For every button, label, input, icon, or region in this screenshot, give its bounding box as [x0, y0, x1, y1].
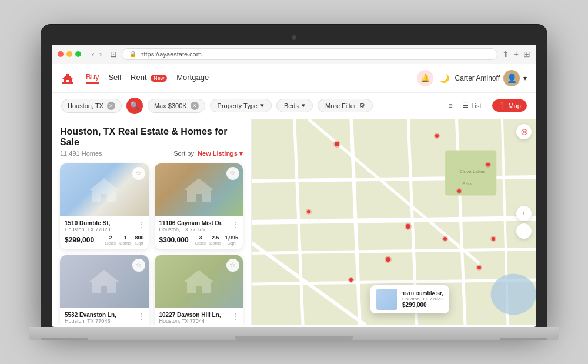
- property-card[interactable]: ☆ ⋮ 11106 Cayman Mist Dr, Houston, TX 77…: [155, 163, 243, 249]
- list-view-button[interactable]: ☰ List: [457, 99, 487, 112]
- listings-meta: 11,491 Homes Sort by: New Listings ▾: [60, 150, 243, 158]
- chevron-down-icon: ▾: [523, 74, 527, 82]
- property-info: ⋮ 1510 Dumble St, Houston, TX 77023 $299…: [60, 216, 149, 249]
- navigation: Buy Sell Rent New Mortgage 🔔 🌙: [52, 64, 536, 93]
- property-city: Houston, TX 77023: [65, 226, 144, 232]
- listings-panel: Houston, TX Real Estate & Homes for Sale…: [52, 119, 252, 325]
- beds-detail: 3 Beds: [195, 235, 206, 246]
- rent-badge: New: [151, 75, 167, 82]
- more-filter[interactable]: More Filter ⚙: [318, 99, 373, 112]
- more-options-button[interactable]: ⋮: [137, 312, 145, 321]
- svg-marker-0: [62, 74, 73, 83]
- property-address: 10227 Dawson Hill Ln,: [159, 312, 239, 318]
- map-marker[interactable]: [486, 163, 490, 166]
- property-address: 5532 Evanston Ln,: [65, 312, 144, 318]
- bell-icon: 🔔: [420, 74, 430, 82]
- property-address: 11106 Cayman Mist Dr,: [159, 220, 239, 226]
- location-tag-text: Houston, TX: [68, 102, 103, 109]
- share-icon[interactable]: ⬆: [502, 49, 509, 59]
- more-options-button[interactable]: ⋮: [137, 220, 145, 229]
- browser-nav: ‹ ›: [91, 49, 103, 59]
- beds-filter[interactable]: Beds ▾: [276, 99, 313, 112]
- price-tag-close[interactable]: ✕: [191, 102, 199, 110]
- browser-tabs: ⊡: [110, 49, 117, 59]
- property-price-row: $300,000 3 Beds 2.5: [159, 235, 239, 246]
- property-card[interactable]: ☆ ⋮ 5532 Evanston Ln, Houston, TX 77045: [60, 255, 149, 325]
- filter-lines-icon: ≡: [448, 102, 452, 110]
- maximize-button[interactable]: [75, 51, 81, 57]
- map-marker[interactable]: [307, 210, 310, 213]
- favorite-button[interactable]: ☆: [132, 167, 145, 180]
- my-location-button[interactable]: ◎: [516, 124, 532, 139]
- extensions-icon[interactable]: ⊞: [523, 49, 530, 59]
- property-type-filter[interactable]: Property Type ▾: [210, 99, 272, 112]
- favorite-button[interactable]: ☆: [226, 167, 239, 180]
- map-marker[interactable]: [443, 237, 447, 241]
- favorite-button[interactable]: ☆: [132, 259, 145, 272]
- beds-label: Beds: [284, 102, 299, 109]
- property-price: $299,000: [65, 236, 94, 244]
- property-card[interactable]: ☆ ⋮ 10227 Dawson Hill Ln, Houston, TX 77…: [155, 255, 243, 325]
- more-options-button[interactable]: ⋮: [231, 220, 239, 229]
- property-address: 1510 Dumble St,: [65, 220, 144, 226]
- more-options-button[interactable]: ⋮: [231, 312, 239, 321]
- property-info: ⋮ 10227 Dawson Hill Ln, Houston, TX 7704…: [155, 308, 243, 325]
- map-marker[interactable]: [492, 237, 495, 241]
- popup-price: $299,000: [402, 302, 443, 308]
- price-tag[interactable]: Max $300K ✕: [148, 99, 205, 113]
- favorite-button[interactable]: ☆: [226, 259, 239, 272]
- forward-button[interactable]: ›: [98, 49, 103, 59]
- filter-icon: ⚙: [359, 102, 365, 109]
- property-price: $300,000: [159, 236, 189, 244]
- user-menu[interactable]: Carter Aminoff 👤 ▾: [455, 70, 527, 86]
- property-type-label: Property Type: [218, 102, 258, 109]
- map-zoom-controls: + −: [516, 206, 532, 239]
- zoom-in-button[interactable]: +: [516, 206, 532, 221]
- nav-sell[interactable]: Sell: [108, 73, 121, 83]
- map-popup: 1510 Dumble St, Houston, TX 77023 $299,0…: [370, 285, 449, 313]
- baths-detail: 2.5 Baths: [209, 235, 221, 246]
- price-tag-text: Max $300K: [154, 102, 187, 109]
- map-marker[interactable]: [457, 189, 461, 193]
- property-image: ☆: [60, 255, 149, 308]
- address-bar[interactable]: 🔒 https://ayaestate.com: [122, 48, 497, 60]
- more-filter-label: More Filter: [325, 102, 356, 109]
- map-marker[interactable]: [349, 278, 353, 282]
- popup-info: 1510 Dumble St, Houston, TX 77023 $299,0…: [402, 290, 443, 308]
- nav-rent[interactable]: Rent New: [131, 73, 167, 83]
- search-button[interactable]: 🔍: [126, 98, 143, 114]
- minimize-button[interactable]: [66, 51, 72, 57]
- user-avatar: 👤: [503, 70, 520, 86]
- map-marker[interactable]: [335, 142, 339, 146]
- property-price-row: $299,000 2 Beds 1: [65, 235, 144, 246]
- map-panel[interactable]: Clove Lakes Park: [252, 119, 536, 325]
- location-tag-close[interactable]: ✕: [107, 102, 115, 110]
- property-details: 2 Beds 1 Baths: [105, 235, 144, 246]
- nav-mortgage[interactable]: Mortgage: [176, 73, 209, 83]
- nav-buy[interactable]: Buy: [86, 72, 99, 84]
- location-tag[interactable]: Houston, TX ✕: [61, 99, 122, 113]
- notifications-button[interactable]: 🔔: [417, 70, 433, 86]
- map-marker[interactable]: [406, 224, 410, 229]
- browser-chrome: ‹ › ⊡ 🔒 https://ayaestate.com ⬆ + ⊞: [52, 45, 536, 64]
- map-view-button[interactable]: 📍 Map: [492, 99, 527, 112]
- property-card[interactable]: ☆ ⋮ 1510 Dumble St, Houston, TX 77023 $2…: [60, 163, 149, 249]
- map-pin-icon: 📍: [498, 102, 506, 109]
- new-tab-icon[interactable]: +: [514, 49, 519, 59]
- map-marker[interactable]: [477, 266, 481, 269]
- sort-label: Sort by: New Listings ▾: [173, 150, 243, 158]
- nav-logo[interactable]: [61, 73, 74, 84]
- back-button[interactable]: ‹: [91, 49, 96, 59]
- property-info: ⋮ 11106 Cayman Mist Dr, Houston, TX 7707…: [155, 216, 243, 249]
- laptop-foot-left: [41, 338, 88, 340]
- popup-address: 1510 Dumble St,: [402, 290, 443, 296]
- zoom-out-button[interactable]: −: [516, 223, 532, 239]
- url-text: https://ayaestate.com: [140, 51, 202, 58]
- close-button[interactable]: [58, 51, 64, 57]
- map-marker[interactable]: [435, 134, 439, 138]
- sort-value[interactable]: New Listings ▾: [198, 150, 243, 157]
- svg-marker-6: [184, 270, 213, 293]
- map-marker[interactable]: [386, 257, 390, 262]
- dark-mode-button[interactable]: 🌙: [439, 74, 449, 83]
- property-details: 3 Beds 2.5 Baths: [195, 235, 238, 246]
